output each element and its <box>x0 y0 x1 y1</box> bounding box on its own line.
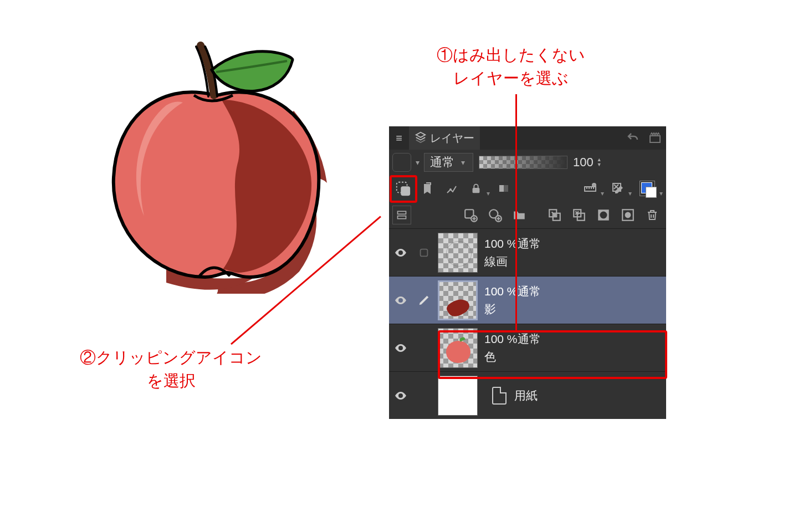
panel-title-tab[interactable]: レイヤー <box>409 126 480 150</box>
layer-opacity-label: 100 %通常 <box>484 284 666 299</box>
reference-layer-button[interactable] <box>417 178 438 199</box>
visibility-toggle[interactable] <box>389 341 412 355</box>
mask-enable-button[interactable] <box>493 178 514 199</box>
panel-title-text: レイヤー <box>430 131 474 146</box>
visibility-toggle[interactable] <box>389 389 412 402</box>
blend-opacity-row: ▾ 通常 ▾ 100 ▲▼ <box>389 150 666 175</box>
animation-icon[interactable] <box>644 131 666 145</box>
svg-rect-11 <box>398 216 406 219</box>
svg-rect-24 <box>421 249 428 256</box>
panel-view-toggle[interactable] <box>392 206 411 224</box>
layer-opacity-label: 100 %通常 <box>484 236 666 252</box>
new-raster-layer-button[interactable] <box>460 204 481 226</box>
layer-row-paper[interactable]: 用紙 <box>389 371 666 419</box>
lock-button[interactable] <box>466 178 487 199</box>
ruler-button[interactable] <box>580 178 601 199</box>
layer-name: 線画 <box>484 254 666 269</box>
draft-layer-button[interactable] <box>441 178 462 199</box>
layer-name: 用紙 <box>514 388 538 403</box>
clipping-mask-button[interactable] <box>392 178 413 199</box>
layer-thumbnail[interactable] <box>438 233 478 273</box>
svg-rect-0 <box>650 136 660 142</box>
chevron-down-icon[interactable]: ▾ <box>601 180 604 197</box>
layers-stack-icon <box>415 131 427 146</box>
leader-line-1 <box>515 94 517 330</box>
visibility-toggle[interactable] <box>389 246 412 259</box>
layer-thumbnail[interactable] <box>438 376 478 416</box>
create-mask-button[interactable] <box>593 204 614 226</box>
svg-point-21 <box>600 212 607 219</box>
layer-opacity-label: 100 %通常 <box>484 331 666 347</box>
blend-mode-value: 通常 <box>430 154 454 171</box>
visibility-toggle[interactable] <box>389 294 412 307</box>
svg-rect-4 <box>473 188 480 193</box>
annotation-step2: ②クリッピングアイコン を選択 <box>80 346 262 392</box>
transfer-down-button[interactable] <box>544 204 565 226</box>
layer-row-color[interactable]: 100 %通常 色 <box>389 324 666 371</box>
svg-point-23 <box>625 212 631 218</box>
layer-row-shadow[interactable]: 100 %通常 影 <box>389 276 666 324</box>
layer-tool-row-2 <box>389 202 666 228</box>
layer-row-lineart[interactable]: 100 %通常 線画 <box>389 228 666 276</box>
new-folder-button[interactable] <box>509 204 530 226</box>
opacity-slider[interactable] <box>479 156 567 169</box>
layer-thumbnail[interactable] <box>438 328 478 368</box>
undo-icon[interactable] <box>622 131 644 145</box>
new-vector-layer-button[interactable] <box>484 204 505 226</box>
svg-rect-2 <box>401 186 410 196</box>
layer-panel: ≡ レイヤー ▾ 通常 ▾ 100 ▲▼ <box>389 126 666 419</box>
chevron-down-icon[interactable]: ▾ <box>487 180 490 197</box>
panel-menu-icon[interactable]: ≡ <box>389 132 409 145</box>
layer-thumbnail[interactable] <box>438 280 478 320</box>
layer-name: 色 <box>484 349 666 365</box>
layer-tool-row-1: ▾ ▾ ▾ ▾ <box>389 175 666 202</box>
annotation-step1: ①はみ出したくない レイヤーを選ぶ <box>437 43 585 90</box>
layer-color-swatch[interactable] <box>392 153 411 172</box>
paper-icon <box>492 387 507 405</box>
svg-rect-6 <box>499 185 504 192</box>
chevron-down-icon[interactable]: ▾ <box>628 180 632 197</box>
apple-illustration <box>83 33 338 294</box>
layer-color-button[interactable] <box>635 178 659 199</box>
svg-point-3 <box>450 189 451 190</box>
layer-link-slot[interactable] <box>412 247 436 259</box>
effect-button[interactable] <box>607 178 628 199</box>
layer-list: 100 %通常 線画 100 %通常 影 <box>389 228 666 419</box>
opacity-value: 100 <box>573 155 594 170</box>
blend-mode-select[interactable]: 通常 ▾ <box>424 153 473 172</box>
opacity-spinner[interactable]: ▲▼ <box>597 157 602 167</box>
active-layer-indicator <box>412 294 436 306</box>
chevron-down-icon[interactable]: ▾ <box>413 158 422 167</box>
chevron-down-icon: ▾ <box>459 158 467 167</box>
apply-mask-button[interactable] <box>617 204 638 226</box>
chevron-down-icon[interactable]: ▾ <box>659 180 663 197</box>
panel-header: ≡ レイヤー <box>389 126 666 150</box>
merge-down-button[interactable] <box>569 204 590 226</box>
layer-name: 影 <box>484 301 666 317</box>
svg-rect-10 <box>398 211 406 214</box>
delete-layer-button[interactable] <box>642 204 663 226</box>
